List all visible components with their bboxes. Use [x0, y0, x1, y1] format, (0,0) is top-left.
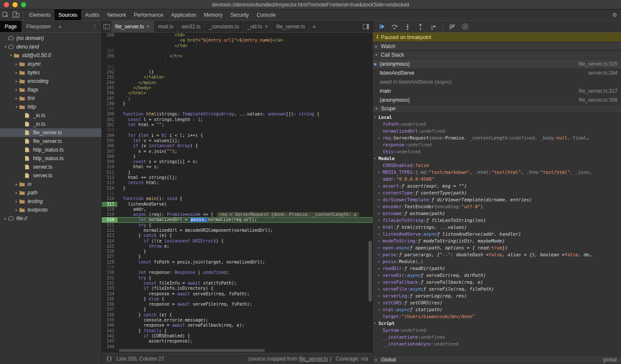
line-number[interactable]: 341: [102, 328, 117, 334]
tab-console[interactable]: Console: [253, 9, 280, 20]
scope-var-servefallback[interactable]: ▸serveFallback: ƒ serveFallback(req, e): [373, 279, 621, 285]
line-number[interactable]: 313: [102, 180, 117, 185]
line-number[interactable]: 323: [102, 233, 117, 238]
line-number[interactable]: 338: [102, 312, 117, 318]
scope-section-module[interactable]: ▾Module: [373, 155, 621, 162]
code-content[interactable]: )}: [117, 70, 372, 75]
code-content[interactable]: </html>: [117, 91, 372, 96]
line-number[interactable]: 324: [102, 239, 117, 244]
code-content[interactable]: return html;: [117, 180, 372, 185]
code-content[interactable]: [117, 344, 372, 349]
tree-item-http[interactable]: ▾http: [0, 103, 101, 111]
line-number[interactable]: 290: [102, 54, 117, 59]
code-content[interactable]: [117, 265, 372, 270]
line-number[interactable]: 319: [102, 212, 117, 217]
scope-var-setcors[interactable]: ▸setCORS: ƒ setCORS(res): [373, 299, 621, 306]
callstack-frame-await-in-listenandserve-async-[interactable]: await in listenAndServe (async): [373, 77, 621, 86]
code-content[interactable]: </table>: [117, 75, 372, 80]
line-number[interactable]: [102, 59, 117, 64]
tab-network[interactable]: Network: [103, 9, 130, 20]
expander-icon[interactable]: ▸: [378, 300, 383, 305]
line-number[interactable]: 299: [102, 106, 117, 112]
scope-section-header[interactable]: ▾ Scope: [373, 104, 621, 113]
step-button[interactable]: [427, 22, 439, 31]
tab-application[interactable]: Application: [167, 9, 200, 20]
expander-icon[interactable]: ▾: [14, 105, 19, 109]
expander-icon[interactable]: ▸: [378, 307, 383, 312]
code-content[interactable]: `;: [117, 96, 372, 101]
code-content[interactable]: }: [117, 170, 372, 175]
code-content[interactable]: }: [117, 186, 372, 191]
line-number[interactable]: 306: [102, 143, 117, 149]
expander-icon[interactable]: ▸: [378, 184, 383, 188]
maximize-window-button[interactable]: [21, 2, 26, 7]
scope-var-req[interactable]: ▸req: ServerRequest {done: Promise, _con…: [373, 134, 621, 141]
line-number[interactable]: 329: [102, 265, 117, 270]
scope-var-readdir[interactable]: ▸readDir: ƒ readDir(path): [373, 265, 621, 272]
close-tab-icon[interactable]: ×: [146, 24, 150, 29]
line-number[interactable]: 321: [102, 223, 117, 228]
code-content[interactable]: } catch (e) {: [117, 233, 372, 238]
tree-item-server.ts[interactable]: server.ts: [0, 171, 101, 180]
code-content[interactable]: let response: Response | undefined;: [117, 270, 372, 275]
line-number[interactable]: 311: [102, 170, 117, 175]
line-number[interactable]: 307: [102, 149, 117, 154]
line-number[interactable]: 340: [102, 323, 117, 328]
line-number[interactable]: 295: [102, 85, 117, 91]
code-content[interactable]: try {: [117, 223, 372, 228]
expander-icon[interactable]: ▸: [14, 96, 19, 100]
tree-item-http_status.ts[interactable]: http_status.ts: [0, 154, 101, 163]
line-number[interactable]: 330: [102, 270, 117, 275]
expander-icon[interactable]: ▸: [378, 225, 383, 229]
code-content[interactable]: </main>: [117, 80, 372, 85]
global-section-header[interactable]: ▸ Global global: [373, 355, 621, 364]
scope-var-encoder[interactable]: ▸encoder: TextEncoder {encoding: "utf-8"…: [373, 203, 621, 210]
code-content[interactable]: [117, 106, 372, 112]
code-content[interactable]: assert(response);: [117, 339, 372, 344]
code-content[interactable]: let normalizedUrl = posix.normalize(req.…: [117, 217, 372, 222]
tab-elements[interactable]: Elements: [25, 9, 55, 20]
expander-icon[interactable]: ▸: [378, 273, 383, 277]
expander-icon[interactable]: ▸: [378, 211, 383, 215]
line-number[interactable]: [102, 38, 117, 43]
scope-section-local[interactable]: ▾Local: [373, 114, 621, 121]
line-number[interactable]: 310: [102, 164, 117, 170]
code-content[interactable]: } catch (e) {: [117, 312, 372, 318]
line-number[interactable]: 292: [102, 70, 117, 75]
expander-icon[interactable]: ▸: [14, 199, 19, 203]
line-number[interactable]: 318: [102, 207, 117, 212]
close-window-button[interactable]: [4, 2, 9, 7]
code-content[interactable]: }: [117, 101, 372, 106]
expander-icon[interactable]: ▾: [374, 156, 378, 161]
scope-var-assert[interactable]: ▸assert: ƒ assert(expr, msg = ""): [373, 182, 621, 189]
tree-item-_io.ts[interactable]: _io.ts: [0, 120, 101, 128]
line-number[interactable]: 339: [102, 318, 117, 323]
inline-breakpoint-pill[interactable]: posix.: [190, 217, 207, 222]
tree-item-io[interactable]: ▸io: [0, 180, 101, 188]
expander-icon[interactable]: ▸: [14, 182, 19, 186]
source-code-editor[interactable]: 288 <td> <a href="${entry.url}">${entry.…: [102, 33, 372, 353]
navigator-menu-icon[interactable]: ⋮: [88, 21, 101, 32]
expander-icon[interactable]: ▾: [374, 115, 378, 119]
expander-icon[interactable]: ▸: [378, 246, 383, 250]
expander-icon[interactable]: ▸: [378, 259, 383, 264]
code-content[interactable]: }: [117, 307, 372, 312]
line-number[interactable]: 296: [102, 91, 117, 96]
scope-var-contenttype[interactable]: ▸contentType: ƒ contentType(path): [373, 189, 621, 196]
code-content[interactable]: v = v.join("");: [117, 149, 372, 154]
source-map-file-link[interactable]: file_server.ts: [299, 356, 328, 362]
expander-icon[interactable]: ▸: [378, 191, 383, 195]
line-number[interactable]: 294: [102, 80, 117, 85]
code-content[interactable]: function main(): void {: [117, 196, 372, 201]
line-number[interactable]: 328: [102, 260, 117, 265]
code-content[interactable]: }: [117, 249, 372, 254]
expander-icon[interactable]: ▸: [378, 136, 383, 140]
resume-button[interactable]: [376, 22, 387, 31]
code-content[interactable]: <td>: [117, 33, 372, 38]
tree-item-bytes[interactable]: ▸bytes: [0, 68, 101, 77]
line-number[interactable]: 317: [102, 202, 117, 207]
scope-var-servefile[interactable]: ▸serveFile: async ƒ serveFile(req, fileP…: [373, 285, 621, 292]
line-number[interactable]: 331: [102, 276, 117, 281]
scope-var-media_types[interactable]: ▸MEDIA_TYPES: {.md: "text/markdown", .ht…: [373, 169, 621, 176]
code-content[interactable]: response = await serveFallback(req, e);: [117, 323, 372, 328]
